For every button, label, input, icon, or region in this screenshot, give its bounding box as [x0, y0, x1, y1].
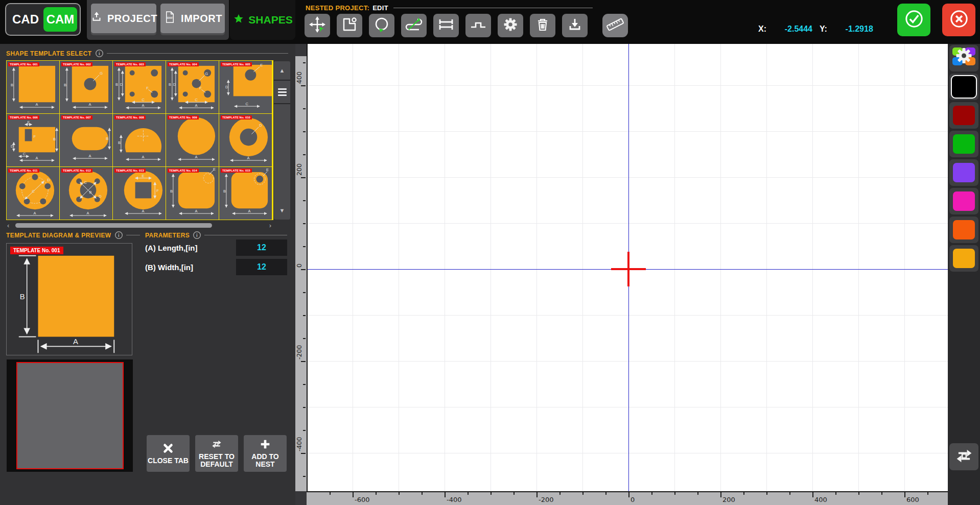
parameter-input[interactable]: 12: [236, 259, 287, 275]
align-tool[interactable]: [433, 14, 459, 37]
template-badge: TEMPLATE No. 015: [221, 169, 252, 173]
gridline: [491, 44, 491, 491]
ruler-corner-bottom: [295, 491, 307, 505]
color-swatch-purple[interactable]: [949, 159, 978, 186]
template-card[interactable]: BA TEMPLATE No. 007: [60, 114, 112, 166]
color-swatch-magenta[interactable]: [949, 188, 978, 214]
svg-text:E: E: [213, 167, 216, 172]
swatch-color: [953, 249, 975, 268]
move-tool[interactable]: [305, 14, 330, 37]
color-swatch-green[interactable]: [949, 131, 978, 157]
info-icon[interactable]: i: [114, 231, 123, 239]
reset-to-default-button[interactable]: RESET TO DEFAULT: [195, 435, 238, 472]
template-card[interactable]: EBA TEMPLATE No. 015: [219, 167, 272, 220]
sequence-tool[interactable]: [401, 14, 427, 37]
shapes-button[interactable]: SHAPES: [230, 0, 295, 40]
reset-icon: [211, 439, 223, 451]
template-card[interactable]: BDGFCA TEMPLATE No. 004: [166, 61, 219, 113]
rotate-tool[interactable]: [369, 14, 394, 37]
template-card[interactable]: EDC TEMPLATE No. 005: [219, 61, 272, 113]
parameter-label: (A) Length,[in]: [145, 244, 197, 252]
svg-text:A: A: [248, 209, 250, 213]
swap-view-button[interactable]: [949, 443, 978, 470]
cad-button[interactable]: CAD: [9, 7, 42, 32]
ruler-tick: [301, 361, 306, 362]
scroll-down-button[interactable]: ▼: [274, 201, 290, 220]
ruler-tick: [491, 492, 492, 495]
template-badge: TEMPLATE No. 014: [168, 169, 199, 173]
layer-palette-button[interactable]: [949, 45, 978, 71]
grid-menu-button[interactable]: [274, 81, 290, 103]
svg-text:B: B: [20, 293, 25, 301]
star-icon: [232, 13, 245, 28]
template-card[interactable]: CBDA TEMPLATE No. 012: [60, 167, 112, 220]
svg-text:F: F: [33, 134, 36, 139]
confirm-button[interactable]: [897, 4, 930, 36]
cam-button[interactable]: CAM: [43, 7, 77, 32]
scroll-track[interactable]: [274, 104, 290, 201]
svg-text:C: C: [84, 180, 87, 185]
ruler-tick: [674, 492, 675, 495]
project-button[interactable]: PROJECT: [91, 4, 156, 33]
parameters-section-title: PARAMETERS: [145, 232, 190, 239]
coord-x-label: X:: [758, 25, 766, 34]
close-tab-button[interactable]: CLOSE TAB: [147, 435, 190, 472]
coord-y-value: -1.2918: [834, 25, 873, 34]
gridline: [904, 44, 905, 491]
import-button[interactable]: DXF IMPORT: [160, 4, 225, 33]
template-thumbnail: CDA: [7, 167, 59, 220]
template-badge: TEMPLATE No. 004: [168, 62, 199, 66]
template-card[interactable]: BEA TEMPLATE No. 014: [166, 167, 219, 220]
scroll-left-button[interactable]: ‹: [7, 222, 9, 229]
hscroll-thumb[interactable]: [15, 223, 212, 228]
delete-tool[interactable]: [530, 14, 555, 37]
template-card[interactable]: EFA TEMPLATE No. 013: [113, 167, 166, 220]
ruler-tick: [605, 492, 606, 495]
import-button-label: IMPORT: [181, 13, 222, 25]
top-bar: CAD CAM PROJECT DXF IMPORT SHAPES NESTED…: [0, 0, 980, 44]
ruler-tick: [881, 492, 882, 495]
ruler-tick: [301, 85, 306, 86]
template-card[interactable]: DA TEMPLATE No. 010: [219, 114, 272, 166]
template-card[interactable]: BA TEMPLATE No. 008: [113, 114, 166, 166]
template-card[interactable]: EFDCBA TEMPLATE No. 006: [7, 114, 59, 166]
cancel-button[interactable]: [942, 4, 975, 36]
info-icon[interactable]: i: [193, 231, 201, 239]
template-card[interactable]: BA TEMPLATE No. 001: [7, 61, 59, 113]
ruler-tick: [303, 246, 306, 247]
gridline: [308, 315, 948, 316]
nest-parts-tool[interactable]: [337, 14, 362, 37]
scroll-right-button[interactable]: ›: [269, 222, 271, 229]
svg-text:i: i: [118, 232, 120, 238]
svg-text:B: B: [170, 189, 173, 194]
plus-icon: [259, 439, 271, 451]
template-card[interactable]: BDFCA TEMPLATE No. 003: [113, 61, 166, 113]
export-tool[interactable]: [562, 14, 588, 37]
template-thumbnail: BDGFCA: [166, 61, 219, 113]
color-swatch-black[interactable]: [949, 74, 978, 100]
offset-tool[interactable]: [465, 14, 491, 37]
ruler-tick: [303, 292, 306, 293]
add-to-nest-button[interactable]: ADD TO NEST: [244, 435, 287, 472]
template-card[interactable]: A TEMPLATE No. 009: [166, 114, 219, 166]
coordinate-readout: X: -2.5444 Y: -1.2918: [758, 25, 873, 34]
color-swatch-amber[interactable]: [949, 245, 978, 272]
info-icon[interactable]: i: [95, 49, 104, 58]
template-card[interactable]: GBA TEMPLATE No. 002: [60, 61, 112, 113]
svg-text:B: B: [89, 190, 91, 195]
template-badge: TEMPLATE No. 001: [10, 247, 63, 254]
scroll-up-button[interactable]: ▲: [274, 61, 290, 80]
template-card[interactable]: CDA TEMPLATE No. 011: [7, 167, 59, 220]
color-swatch-dark-red[interactable]: [949, 102, 978, 129]
coord-x-value: -2.5444: [774, 25, 812, 34]
color-swatch-orange[interactable]: [949, 217, 978, 243]
template-thumbnail: EBA: [219, 167, 272, 220]
section-rule: [107, 53, 288, 54]
measure-tool[interactable]: [602, 14, 628, 37]
gridline: [399, 44, 399, 491]
ruler-tick: [303, 384, 306, 385]
settings-tool[interactable]: [498, 14, 523, 37]
nesting-canvas[interactable]: [308, 44, 948, 491]
ruler-tick: [582, 492, 584, 495]
parameter-input[interactable]: 12: [236, 239, 287, 256]
